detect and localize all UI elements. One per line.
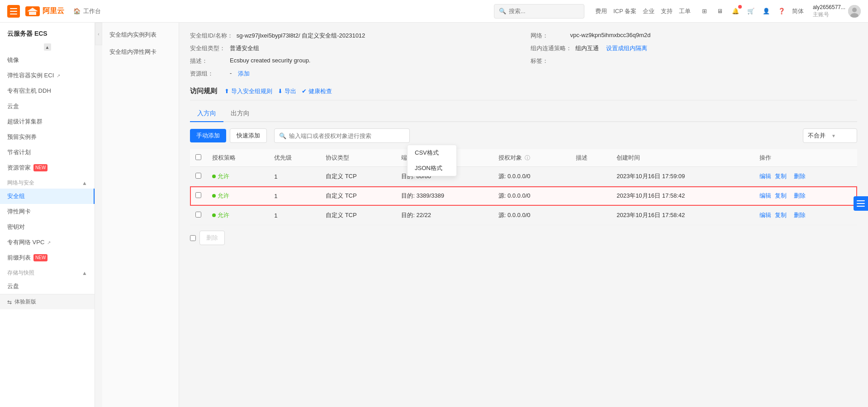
breadcrumb: 🏠 工作台 <box>73 7 101 15</box>
exp-new-bar[interactable]: ⇆ 体验新版 <box>0 294 95 309</box>
bell-icon[interactable]: 🔔 <box>730 6 740 16</box>
nav-support[interactable]: 支持 <box>661 7 673 15</box>
menu-toggle[interactable] <box>7 5 20 18</box>
sidebar-item-resource[interactable]: 资源管家 NEW <box>0 160 95 175</box>
storage-section-label[interactable]: 存储与快照 ▲ <box>0 265 95 279</box>
info-row-network: 网络： vpc-wz9kpn5ihmxbcc36q9m2d <box>531 32 858 40</box>
row2-actions: 编辑 复制 删除 <box>754 186 857 206</box>
sidebar-item-prefix[interactable]: 前缀列表 NEW <box>0 250 95 265</box>
row3-copy-link[interactable]: 复制 <box>775 211 787 219</box>
logo-text: 阿里云 <box>43 6 64 16</box>
search-input[interactable] <box>509 8 579 14</box>
info-value-id: sg-wz97jlxei5bypl73l8t2/ 自定义安全组-20231012 <box>237 32 365 40</box>
sidebar-item-saving[interactable]: 节省计划 <box>0 145 95 160</box>
row3-checkbox[interactable] <box>195 212 201 218</box>
source-info-icon[interactable]: ⓘ <box>525 155 530 161</box>
info-row-type: 安全组类型： 普通安全组 <box>190 44 517 52</box>
nav-icp[interactable]: ICP 备案 <box>613 7 636 15</box>
rule-search-input[interactable] <box>289 133 405 139</box>
info-label-resource: 资源组： <box>190 70 226 78</box>
row2-checkbox-cell <box>190 186 207 206</box>
language-label[interactable]: 简体 <box>792 7 804 15</box>
sidebar-item-ddh[interactable]: 专有宿主机 DDH <box>0 83 95 99</box>
tab-inbound[interactable]: 入方向 <box>190 106 223 122</box>
dropdown-json[interactable]: JSON格式 <box>408 161 456 176</box>
row2-source: 源: 0.0.0.0/0 <box>493 186 570 206</box>
row2-delete-link[interactable]: 删除 <box>794 192 806 200</box>
section-header: 访问规则 ⬆ 导入安全组规则 ⬇ 导出 ✔ 健康检查 <box>190 87 857 100</box>
header-checkbox[interactable] <box>195 154 201 160</box>
user-icon[interactable]: 👤 <box>761 6 771 16</box>
svg-rect-6 <box>857 206 865 207</box>
download-icon: ⬇ <box>278 88 283 95</box>
info-label-policy: 组内连通策略： <box>531 44 572 52</box>
col-priority: 优先级 <box>269 149 320 167</box>
sub-sidebar-eni-list[interactable]: 安全组内弹性网卡 <box>102 43 179 61</box>
float-right-button[interactable] <box>854 196 868 211</box>
nav-ticket[interactable]: 工单 <box>679 7 691 15</box>
row3-delete-link[interactable]: 删除 <box>794 211 806 219</box>
table-row: 允许 1 自定义 TCP 目的: 80/80 源: 0.0.0.0/0 2023… <box>190 167 857 186</box>
nav-enterprise[interactable]: 企业 <box>643 7 655 15</box>
new-badge-prefix: NEW <box>33 254 47 261</box>
cart-icon[interactable]: 🛒 <box>746 6 756 16</box>
sidebar-item-images[interactable]: 镜像 <box>0 52 95 68</box>
merge-select[interactable]: 不合并 ▼ <box>803 128 857 143</box>
info-label-desc: 描述： <box>190 57 226 65</box>
collapse-icon: ▲ <box>82 180 87 186</box>
grid-icon[interactable]: ⊞ <box>700 6 710 16</box>
sidebar-item-reserved[interactable]: 预留实例券 <box>0 129 95 145</box>
sidebar-item-yunhe[interactable]: 云盒 <box>0 99 95 114</box>
sidebar-collapse-toggle[interactable]: ‹ <box>95 23 102 45</box>
row3-checkbox-cell <box>190 206 207 225</box>
user-sub: 主账号 <box>813 11 845 19</box>
tab-outbound[interactable]: 出方向 <box>223 106 257 122</box>
info-row-id: 安全组ID/名称： sg-wz97jlxei5bypl73l8t2/ 自定义安全… <box>190 32 517 40</box>
row1-checkbox[interactable] <box>195 173 201 179</box>
info-row-policy: 组内连通策略： 组内互通 设置成组内隔离 <box>531 44 858 52</box>
row2-edit-link[interactable]: 编辑 <box>759 192 771 200</box>
nav-cost[interactable]: 费用 <box>595 7 607 15</box>
sidebar-item-keypair[interactable]: 密钥对 <box>0 219 95 235</box>
scroll-up-btn[interactable]: ▲ <box>44 43 51 51</box>
row3-edit-link[interactable]: 编辑 <box>759 211 771 219</box>
rule-search-box[interactable]: 🔍 <box>274 128 410 143</box>
sub-sidebar-instance-list[interactable]: 安全组内实例列表 <box>102 26 179 43</box>
sidebar-item-vpc[interactable]: 专有网络 VPC ↗ <box>0 235 95 250</box>
info-link-add-resource[interactable]: 添加 <box>238 70 250 78</box>
delete-button[interactable]: 删除 <box>199 231 225 245</box>
workbench-label[interactable]: 工作台 <box>83 7 101 15</box>
search-box[interactable]: 🔍 <box>494 4 584 19</box>
topnav-actions: 费用 ICP 备案 企业 支持 工单 <box>595 7 691 15</box>
sidebar-item-security-group[interactable]: 安全组 <box>0 189 95 204</box>
sidebar-item-hpc[interactable]: 超级计算集群 <box>0 114 95 129</box>
sidebar-item-eci[interactable]: 弹性容器实例 ECI ↗ <box>0 68 95 83</box>
row1-copy-link[interactable]: 复制 <box>775 172 787 180</box>
bottom-checkbox[interactable] <box>190 235 196 241</box>
row1-edit-link[interactable]: 编辑 <box>759 172 771 180</box>
row2-copy-link[interactable]: 复制 <box>775 192 787 200</box>
sidebar-title: 云服务器 ECS <box>0 23 95 42</box>
user-area[interactable]: aly2656577... 主账号 <box>813 4 861 18</box>
row2-checkbox[interactable] <box>195 192 201 198</box>
import-rules-link[interactable]: ⬆ 导入安全组规则 <box>224 87 272 95</box>
add-manual-button[interactable]: 手动添加 <box>190 129 226 142</box>
table-row: 允许 1 自定义 TCP 目的: 22/22 源: 0.0.0.0/0 2023… <box>190 206 857 225</box>
row2-time: 2023年10月16日 17:58:42 <box>611 186 754 206</box>
sidebar-item-disk[interactable]: 云盘 <box>0 279 95 294</box>
info-row-resource: 资源组： - 添加 <box>190 70 517 78</box>
user-avatar[interactable] <box>848 5 861 18</box>
health-icon: ✔ <box>302 88 307 95</box>
monitor-icon[interactable]: 🖥 <box>715 6 725 16</box>
svg-point-2 <box>852 8 857 12</box>
network-section-label[interactable]: 网络与安全 ▲ <box>0 175 95 189</box>
info-link-isolation[interactable]: 设置成组内隔离 <box>606 44 647 52</box>
health-check-link[interactable]: ✔ 健康检查 <box>302 87 332 95</box>
add-quick-button[interactable]: 快速添加 <box>230 128 267 143</box>
export-link[interactable]: ⬇ 导出 <box>278 87 296 95</box>
dropdown-csv[interactable]: CSV格式 <box>408 145 456 161</box>
help-icon[interactable]: ❓ <box>777 6 787 16</box>
row1-delete-link[interactable]: 删除 <box>794 172 806 180</box>
row1-checkbox-cell <box>190 167 207 186</box>
sidebar-item-eni[interactable]: 弹性网卡 <box>0 204 95 219</box>
